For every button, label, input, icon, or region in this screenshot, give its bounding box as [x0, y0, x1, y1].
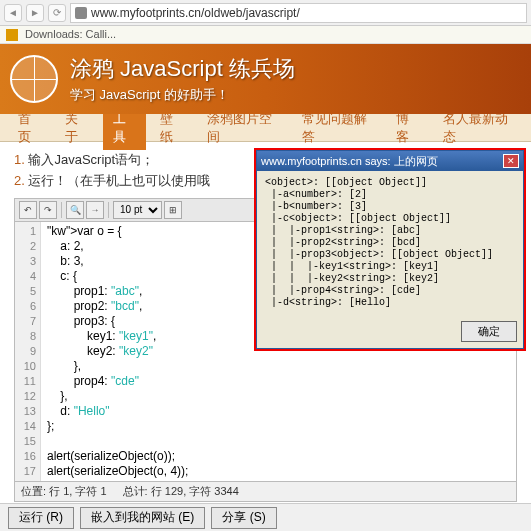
- position-value: 行 1, 字符 1: [49, 485, 106, 497]
- page-title: 涂鸦 JavaScript 练兵场: [70, 54, 295, 84]
- page-header: 涂鸦 JavaScript 练兵场 学习 JavaScript 的好助手！: [0, 44, 531, 114]
- total-value: 行 129, 字符 3344: [151, 485, 239, 497]
- font-size-select[interactable]: 10 pt: [113, 201, 162, 219]
- share-button[interactable]: 分享 (S): [211, 507, 276, 529]
- page-subtitle: 学习 JavaScript 的好助手！: [70, 86, 295, 104]
- main-nav: 首页关于工具壁纸涂鸦图片空间常见问题解答博客名人最新动态: [0, 114, 531, 142]
- back-button[interactable]: ◄: [4, 4, 22, 22]
- alert-dialog: www.myfootprints.cn says: 上的网页 ✕ <object…: [254, 148, 526, 351]
- position-label: 位置:: [21, 485, 46, 497]
- browser-toolbar: ◄ ► ⟳ www.myfootprints.cn/oldweb/javascr…: [0, 0, 531, 26]
- tb-search-icon[interactable]: 🔍: [66, 201, 84, 219]
- forward-button[interactable]: ►: [26, 4, 44, 22]
- logo-icon: [10, 55, 58, 103]
- download-icon: [6, 29, 18, 41]
- inst-text-1: 输入JavaScript语句；: [28, 152, 154, 167]
- dialog-body: <object>: [[object Object]] |-a<number>:…: [257, 171, 523, 315]
- site-icon: [75, 7, 87, 19]
- tb-goto-icon[interactable]: →: [86, 201, 104, 219]
- dialog-titlebar[interactable]: www.myfootprints.cn says: 上的网页 ✕: [257, 151, 523, 171]
- bottom-bar: 运行 (R) 嵌入到我的网站 (E) 分享 (S): [0, 503, 531, 531]
- url-text: www.myfootprints.cn/oldweb/javascript/: [91, 6, 300, 20]
- tb-undo-icon[interactable]: ↶: [19, 201, 37, 219]
- dialog-title-text: www.myfootprints.cn says: 上的网页: [261, 154, 438, 169]
- status-bar: 位置: 行 1, 字符 1 总计: 行 129, 字符 3344: [14, 482, 517, 502]
- run-button[interactable]: 运行 (R): [8, 507, 74, 529]
- inst-text-2: 运行！（在手机上也可以使用哦: [28, 173, 210, 188]
- downloads-text: Downloads: Calli...: [25, 28, 116, 40]
- embed-button[interactable]: 嵌入到我的网站 (E): [80, 507, 205, 529]
- ok-button[interactable]: 确定: [461, 321, 517, 342]
- inst-num-1: 1.: [14, 152, 25, 167]
- inst-num-2: 2.: [14, 173, 25, 188]
- close-icon[interactable]: ✕: [503, 154, 519, 168]
- downloads-bar: Downloads: Calli...: [0, 26, 531, 44]
- tb-redo-icon[interactable]: ↷: [39, 201, 57, 219]
- line-gutter: 123456789101112131415161718: [15, 222, 41, 481]
- reload-button[interactable]: ⟳: [48, 4, 66, 22]
- url-bar[interactable]: www.myfootprints.cn/oldweb/javascript/: [70, 3, 527, 23]
- tb-expand-icon[interactable]: ⊞: [164, 201, 182, 219]
- total-label: 总计:: [123, 485, 148, 497]
